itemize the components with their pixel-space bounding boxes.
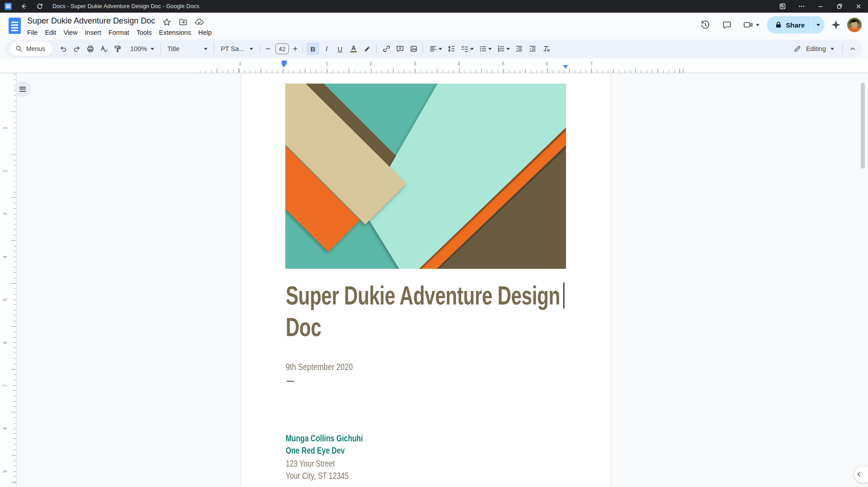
undo-button[interactable]	[57, 42, 70, 55]
zoom-select[interactable]: 100%	[127, 42, 158, 55]
bulleted-list-button[interactable]	[476, 42, 494, 55]
vertical-ruler: 123456789	[0, 73, 17, 487]
ruler-number: 5	[502, 61, 505, 66]
meet-video-call-button[interactable]	[740, 16, 763, 34]
font-size-input[interactable]: 42	[275, 43, 289, 54]
address-line-2: Your City, ST 12345	[286, 470, 363, 482]
mode-select[interactable]: Editing	[788, 42, 840, 56]
increase-indent-button[interactable]	[526, 42, 539, 55]
right-indent-marker[interactable]	[563, 65, 568, 69]
decrease-indent-button[interactable]	[513, 42, 525, 55]
share-button-group: Share	[767, 16, 825, 33]
menu-format[interactable]: Format	[105, 27, 133, 38]
ruler-number: 2	[369, 61, 372, 66]
browser-back-button[interactable]	[17, 1, 30, 12]
menu-file[interactable]: File	[24, 27, 41, 38]
checklist-caret-icon	[470, 48, 474, 50]
hide-side-panel-button[interactable]	[854, 465, 868, 483]
version-history-icon[interactable]	[696, 16, 714, 34]
align-caret-icon	[439, 48, 442, 50]
font-value: PT Sa...	[221, 45, 244, 52]
numbered-list-button[interactable]	[495, 42, 512, 55]
first-line-indent-marker[interactable]	[282, 61, 287, 64]
document-title[interactable]: Super Dukie Adventure Design Doc	[27, 16, 155, 26]
left-indent-marker[interactable]	[281, 61, 287, 67]
window-close-button[interactable]	[849, 0, 868, 13]
address-line-1: 123 Your Street	[286, 458, 363, 470]
underline-button[interactable]: U	[334, 42, 346, 55]
ruler-number: 5	[3, 299, 8, 301]
insert-link-button[interactable]	[380, 42, 393, 55]
insert-image-button[interactable]	[407, 42, 420, 55]
italic-button[interactable]: I	[320, 42, 333, 55]
paragraph-style-select[interactable]: Title	[164, 42, 211, 55]
menu-help[interactable]: Help	[195, 27, 216, 38]
align-button[interactable]	[427, 42, 444, 55]
text-color-button[interactable]: A	[347, 42, 360, 55]
redo-button[interactable]	[71, 42, 83, 55]
browser-titlebar: Docs - Super Dukie Adventure Design Doc …	[0, 0, 868, 13]
move-folder-icon[interactable]	[177, 16, 189, 28]
increase-font-size-button[interactable]	[291, 42, 300, 55]
outline-list-icon	[19, 87, 26, 92]
account-avatar[interactable]	[847, 18, 862, 32]
ruler-number: 2	[3, 170, 8, 173]
doc-date-text[interactable]: 9th September 2020	[286, 361, 353, 372]
menu-insert[interactable]: Insert	[81, 27, 105, 38]
checklist-button[interactable]	[458, 42, 476, 55]
ruler-number: 4	[458, 61, 460, 66]
clear-formatting-button[interactable]	[540, 42, 552, 55]
bold-button[interactable]: B	[307, 42, 319, 55]
spellcheck-button[interactable]	[98, 42, 110, 55]
ruler-number: 1	[239, 61, 241, 66]
menu-tools[interactable]: Tools	[133, 27, 156, 38]
search-menus-button[interactable]: Menus	[10, 42, 52, 56]
menu-view[interactable]: View	[60, 27, 81, 38]
document-page[interactable]: Super Dukie Adventure Design Doc 9th Sep…	[241, 73, 611, 487]
hide-menus-button[interactable]	[846, 42, 859, 55]
cover-image[interactable]	[285, 84, 566, 269]
menu-edit[interactable]: Edit	[41, 27, 60, 38]
doc-author-block[interactable]: Munga Collins Gichuhi One Red Eye Dev 12…	[286, 432, 363, 482]
paint-format-button[interactable]	[111, 42, 124, 55]
vertical-scrollbar-thumb[interactable]	[861, 83, 865, 169]
ruler-number: 6	[546, 61, 548, 66]
ruler-number: 7	[3, 384, 8, 387]
menus-label: Menus	[26, 45, 45, 52]
ruler-number: 4	[3, 256, 8, 258]
style-caret-icon	[204, 48, 208, 50]
line-spacing-button[interactable]	[445, 42, 458, 55]
horizontal-ruler[interactable]: 11234567	[0, 59, 868, 73]
cloud-saved-icon[interactable]	[193, 16, 205, 28]
font-family-select[interactable]: PT Sa...	[217, 42, 257, 55]
doc-heading[interactable]: Super Dukie Adventure Design Doc	[286, 280, 564, 343]
share-dropdown-button[interactable]	[811, 16, 825, 33]
share-caret-icon	[816, 24, 820, 26]
browser-menu-icon[interactable]	[792, 0, 811, 13]
gemini-sparkle-icon[interactable]	[828, 16, 844, 34]
show-outline-button[interactable]	[14, 81, 31, 97]
style-value: Title	[167, 45, 179, 52]
tab-search-icon[interactable]	[773, 0, 792, 13]
zoom-caret-icon	[151, 48, 154, 50]
mode-label: Editing	[806, 45, 826, 52]
font-caret-icon	[250, 48, 253, 50]
company-name: One Red Eye Dev	[286, 445, 363, 457]
menu-extensions[interactable]: Extensions	[156, 27, 195, 38]
current-text-color-swatch	[350, 51, 357, 53]
meet-dropdown-caret-icon	[756, 24, 760, 26]
author-name: Munga Collins Gichuhi	[286, 432, 363, 445]
print-button[interactable]	[84, 42, 97, 55]
browser-reload-button[interactable]	[33, 1, 46, 12]
window-minimize-button[interactable]	[811, 0, 830, 13]
menu-bar: FileEditViewInsertFormatToolsExtensionsH…	[24, 27, 215, 38]
share-button[interactable]: Share	[767, 16, 811, 33]
google-docs-logo-icon[interactable]	[9, 18, 21, 34]
comments-icon[interactable]	[718, 16, 736, 34]
add-comment-button[interactable]	[394, 42, 406, 55]
star-icon[interactable]	[161, 16, 173, 28]
highlight-color-button[interactable]	[361, 42, 373, 55]
decrease-font-size-button[interactable]	[264, 42, 273, 55]
window-restore-button[interactable]	[830, 0, 849, 13]
doc-dash-text[interactable]: —	[287, 375, 294, 386]
